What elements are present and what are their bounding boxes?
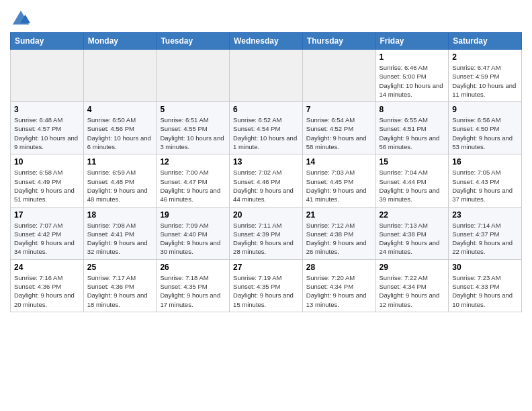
logo-icon [11, 9, 30, 28]
day-info: Sunrise: 7:09 AMSunset: 4:40 PMDaylight:… [160, 221, 226, 257]
day-info: Sunrise: 6:46 AMSunset: 5:00 PMDaylight:… [380, 63, 445, 99]
day-info: Sunrise: 7:19 AMSunset: 4:35 PMDaylight:… [233, 273, 299, 309]
day-number: 14 [306, 157, 372, 167]
day-number: 15 [380, 157, 445, 167]
calendar-cell: 26Sunrise: 7:18 AMSunset: 4:35 PMDayligh… [157, 259, 230, 312]
day-info: Sunrise: 7:07 AMSunset: 4:42 PMDaylight:… [14, 221, 80, 257]
header-row: SundayMondayTuesdayWednesdayThursdayFrid… [11, 33, 522, 50]
week-row: 3Sunrise: 6:48 AMSunset: 4:57 PMDaylight… [11, 102, 522, 154]
calendar-cell: 15Sunrise: 7:04 AMSunset: 4:44 PMDayligh… [375, 154, 449, 207]
day-number: 24 [14, 263, 80, 272]
day-info: Sunrise: 6:55 AMSunset: 4:51 PMDaylight:… [380, 116, 445, 151]
day-info: Sunrise: 6:59 AMSunset: 4:48 PMDaylight:… [87, 168, 153, 203]
day-number: 10 [14, 157, 80, 167]
day-number: 8 [380, 105, 445, 114]
calendar-cell [11, 50, 84, 102]
calendar-cell: 22Sunrise: 7:13 AMSunset: 4:38 PMDayligh… [375, 207, 449, 259]
header [10, 7, 522, 28]
day-info: Sunrise: 7:08 AMSunset: 4:41 PMDaylight:… [87, 221, 153, 257]
day-number: 23 [452, 210, 518, 220]
calendar-cell [230, 50, 303, 102]
calendar-cell: 12Sunrise: 7:00 AMSunset: 4:47 PMDayligh… [157, 154, 230, 207]
day-info: Sunrise: 7:03 AMSunset: 4:45 PMDaylight:… [306, 168, 372, 203]
day-info: Sunrise: 7:05 AMSunset: 4:43 PMDaylight:… [452, 168, 518, 203]
day-number: 1 [380, 52, 445, 62]
calendar-cell: 5Sunrise: 6:51 AMSunset: 4:55 PMDaylight… [157, 102, 230, 154]
day-header: Sunday [11, 33, 84, 50]
day-header: Saturday [449, 33, 522, 50]
day-header: Friday [375, 33, 449, 50]
week-row: 1Sunrise: 6:46 AMSunset: 5:00 PMDaylight… [11, 50, 522, 102]
day-number: 5 [160, 105, 226, 114]
day-header: Wednesday [230, 33, 303, 50]
calendar-cell [83, 50, 157, 102]
day-info: Sunrise: 6:58 AMSunset: 4:49 PMDaylight:… [14, 168, 80, 203]
day-number: 20 [233, 210, 299, 220]
day-info: Sunrise: 6:56 AMSunset: 4:50 PMDaylight:… [452, 116, 518, 151]
day-number: 17 [14, 210, 80, 220]
day-number: 29 [380, 263, 445, 272]
calendar-cell: 8Sunrise: 6:55 AMSunset: 4:51 PMDaylight… [375, 102, 449, 154]
day-header: Thursday [302, 33, 375, 50]
day-info: Sunrise: 7:02 AMSunset: 4:46 PMDaylight:… [233, 168, 299, 203]
day-info: Sunrise: 7:00 AMSunset: 4:47 PMDaylight:… [160, 168, 226, 203]
calendar-cell: 6Sunrise: 6:52 AMSunset: 4:54 PMDaylight… [230, 102, 303, 154]
week-row: 17Sunrise: 7:07 AMSunset: 4:42 PMDayligh… [11, 207, 522, 259]
calendar-cell: 29Sunrise: 7:22 AMSunset: 4:34 PMDayligh… [375, 259, 449, 312]
calendar-cell: 2Sunrise: 6:47 AMSunset: 4:59 PMDaylight… [449, 50, 522, 102]
calendar-body: 1Sunrise: 6:46 AMSunset: 5:00 PMDaylight… [11, 50, 522, 312]
calendar-cell: 10Sunrise: 6:58 AMSunset: 4:49 PMDayligh… [11, 154, 84, 207]
calendar-cell: 25Sunrise: 7:17 AMSunset: 4:36 PMDayligh… [83, 259, 157, 312]
page: SundayMondayTuesdayWednesdayThursdayFrid… [0, 0, 532, 411]
day-header: Tuesday [157, 33, 230, 50]
calendar-cell [302, 50, 375, 102]
calendar-cell: 4Sunrise: 6:50 AMSunset: 4:56 PMDaylight… [83, 102, 157, 154]
calendar-cell: 13Sunrise: 7:02 AMSunset: 4:46 PMDayligh… [230, 154, 303, 207]
calendar-cell: 20Sunrise: 7:11 AMSunset: 4:39 PMDayligh… [230, 207, 303, 259]
calendar-cell: 18Sunrise: 7:08 AMSunset: 4:41 PMDayligh… [83, 207, 157, 259]
week-row: 10Sunrise: 6:58 AMSunset: 4:49 PMDayligh… [11, 154, 522, 207]
day-info: Sunrise: 7:22 AMSunset: 4:34 PMDaylight:… [380, 273, 445, 309]
day-number: 11 [87, 157, 153, 167]
day-info: Sunrise: 7:16 AMSunset: 4:36 PMDaylight:… [14, 273, 80, 309]
week-row: 24Sunrise: 7:16 AMSunset: 4:36 PMDayligh… [11, 259, 522, 312]
calendar-cell: 16Sunrise: 7:05 AMSunset: 4:43 PMDayligh… [449, 154, 522, 207]
day-info: Sunrise: 7:23 AMSunset: 4:33 PMDaylight:… [452, 273, 518, 309]
day-number: 28 [306, 263, 372, 272]
day-number: 18 [87, 210, 153, 220]
calendar-cell: 7Sunrise: 6:54 AMSunset: 4:52 PMDaylight… [302, 102, 375, 154]
calendar-table: SundayMondayTuesdayWednesdayThursdayFrid… [10, 32, 522, 312]
day-number: 21 [306, 210, 372, 220]
day-number: 22 [380, 210, 445, 220]
day-info: Sunrise: 7:20 AMSunset: 4:34 PMDaylight:… [306, 273, 372, 309]
day-info: Sunrise: 7:04 AMSunset: 4:44 PMDaylight:… [380, 168, 445, 203]
day-info: Sunrise: 6:54 AMSunset: 4:52 PMDaylight:… [306, 116, 372, 151]
day-number: 4 [87, 105, 153, 114]
day-number: 26 [160, 263, 226, 272]
day-info: Sunrise: 6:47 AMSunset: 4:59 PMDaylight:… [452, 63, 518, 99]
day-info: Sunrise: 7:18 AMSunset: 4:35 PMDaylight:… [160, 273, 226, 309]
day-info: Sunrise: 6:51 AMSunset: 4:55 PMDaylight:… [160, 116, 226, 151]
calendar-cell [157, 50, 230, 102]
day-number: 16 [452, 157, 518, 167]
calendar-cell: 9Sunrise: 6:56 AMSunset: 4:50 PMDaylight… [449, 102, 522, 154]
day-number: 3 [14, 105, 80, 114]
calendar-cell: 11Sunrise: 6:59 AMSunset: 4:48 PMDayligh… [83, 154, 157, 207]
day-number: 2 [452, 52, 518, 62]
day-number: 9 [452, 105, 518, 114]
day-number: 27 [233, 263, 299, 272]
day-info: Sunrise: 7:11 AMSunset: 4:39 PMDaylight:… [233, 221, 299, 257]
logo [10, 9, 30, 28]
day-number: 25 [87, 263, 153, 272]
calendar-cell: 1Sunrise: 6:46 AMSunset: 5:00 PMDaylight… [375, 50, 449, 102]
day-info: Sunrise: 7:14 AMSunset: 4:37 PMDaylight:… [452, 221, 518, 257]
day-info: Sunrise: 6:50 AMSunset: 4:56 PMDaylight:… [87, 116, 153, 151]
day-number: 19 [160, 210, 226, 220]
day-number: 12 [160, 157, 226, 167]
day-number: 7 [306, 105, 372, 114]
calendar-cell: 28Sunrise: 7:20 AMSunset: 4:34 PMDayligh… [302, 259, 375, 312]
calendar-cell: 19Sunrise: 7:09 AMSunset: 4:40 PMDayligh… [157, 207, 230, 259]
day-info: Sunrise: 6:48 AMSunset: 4:57 PMDaylight:… [14, 116, 80, 151]
day-header: Monday [83, 33, 157, 50]
day-info: Sunrise: 7:13 AMSunset: 4:38 PMDaylight:… [380, 221, 445, 257]
